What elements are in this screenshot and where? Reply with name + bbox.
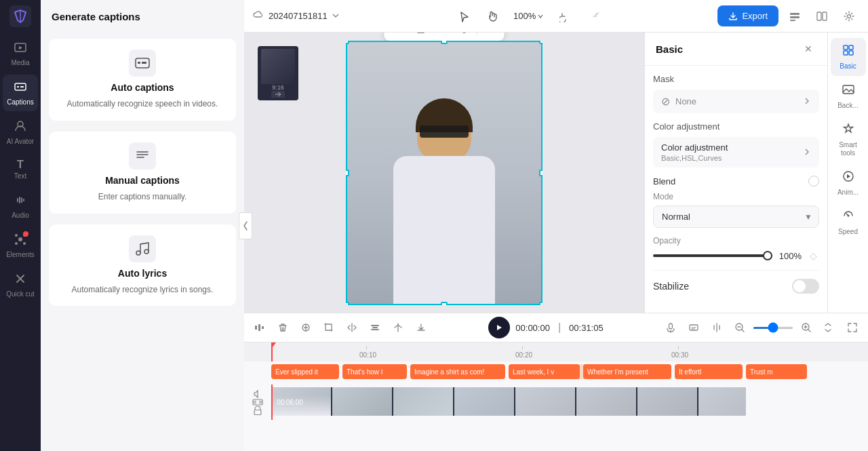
delete-button[interactable] — [273, 317, 293, 338]
sidebar-item-captions[interactable]: Captions — [3, 75, 38, 111]
manual-captions-card[interactable]: Manual captions Enter captions manually. — [49, 132, 236, 214]
resize-handle-bm[interactable] — [441, 302, 448, 305]
cursor-tool-button[interactable] — [454, 5, 475, 27]
caption-chip-4[interactable]: Whether I'm present — [583, 364, 671, 379]
svg-point-31 — [847, 215, 849, 217]
video-canvas: ••• — [346, 41, 542, 305]
resize-handle-bl[interactable] — [346, 302, 349, 305]
audio-label: Audio — [12, 212, 29, 219]
crop-button[interactable] — [390, 33, 409, 38]
auto-lyrics-card[interactable]: Auto lyrics Automatically recognize lyri… — [49, 224, 236, 307]
caption-chip-5[interactable]: It effortl — [675, 364, 743, 379]
sidebar-item-media[interactable]: Media — [3, 35, 38, 72]
zoom-selector[interactable]: 100% — [508, 8, 549, 24]
sidebar-item-elements[interactable]: Elements — [3, 227, 38, 264]
caption-chip-1[interactable]: That's how I — [342, 364, 407, 379]
panel-collapse-button[interactable] — [239, 212, 252, 239]
blend-radio[interactable] — [808, 176, 819, 187]
playback-controls: 00:00:00 | 00:31:05 — [488, 317, 603, 338]
svg-rect-38 — [371, 329, 379, 330]
export-button[interactable]: Export — [717, 5, 778, 26]
zoom-value: 100% — [513, 11, 536, 21]
play-button[interactable] — [488, 317, 510, 338]
svg-point-16 — [144, 250, 149, 254]
flip-button[interactable] — [342, 317, 362, 338]
svg-rect-33 — [258, 324, 260, 331]
stabilize-row: Stabilize — [653, 270, 819, 296]
ruler-mark-0020: 00:20 — [515, 346, 532, 359]
resize-handle-br[interactable] — [539, 302, 542, 305]
split-view-button[interactable] — [811, 5, 833, 27]
svg-point-15 — [136, 251, 140, 255]
auto-captions-card[interactable]: Auto captions Automatically recognize sp… — [49, 39, 236, 121]
video-track-row: 00:06:00 — [244, 385, 868, 420]
sidebar-item-quick-cut[interactable]: Quick cut — [3, 267, 38, 303]
sidebar-item-audio[interactable]: Audio — [3, 188, 38, 224]
right-sidebar-item-speed[interactable]: Speed — [831, 203, 866, 241]
caption-chip-6[interactable]: Trust m — [746, 364, 807, 379]
film-frame-5 — [576, 387, 637, 416]
color-adjustment-selector[interactable]: Color adjustment Basic,HSL,Curves — [653, 137, 819, 168]
video-filmstrip[interactable] — [271, 387, 746, 416]
mask-selector[interactable]: ⊘ None — [653, 90, 819, 113]
lock-button[interactable] — [251, 404, 264, 417]
elements-icon — [14, 233, 27, 250]
resize-handle-mr[interactable] — [539, 170, 542, 176]
caption-chip-2[interactable]: Imagine a shirt as com! — [410, 364, 505, 379]
remove-bg-button[interactable] — [412, 33, 431, 38]
caption-track-left-control — [244, 361, 271, 383]
crop-timeline-button[interactable] — [319, 317, 339, 338]
resize-handle-ml[interactable] — [346, 170, 349, 176]
video-preview[interactable] — [346, 41, 542, 305]
download-button[interactable] — [411, 317, 431, 338]
stabilize-label: Stabilize — [653, 281, 689, 292]
mute-button[interactable] — [251, 387, 264, 401]
right-sidebar: Basic Back... Smart tools Anim... — [827, 33, 868, 313]
resize-handle-tm[interactable] — [441, 41, 448, 44]
effects-button[interactable] — [455, 33, 474, 38]
svg-rect-25 — [844, 45, 848, 50]
transform-button[interactable] — [433, 33, 452, 38]
mic-button[interactable] — [660, 317, 681, 338]
right-panel-close-button[interactable]: ✕ — [800, 41, 816, 57]
caption-chip-3[interactable]: Last week, I v — [509, 364, 580, 379]
stabilize-toggle[interactable] — [792, 279, 819, 294]
zoom-out-button[interactable] — [730, 317, 750, 338]
resize-handle-tr[interactable] — [539, 41, 542, 44]
expand-timeline-button[interactable] — [819, 317, 840, 338]
sidebar-item-text[interactable]: T Text — [3, 153, 38, 185]
vertical-align-button[interactable] — [388, 317, 408, 338]
timeline-tool-1[interactable] — [250, 317, 270, 338]
thumbnail-item[interactable]: 9:16 — [258, 46, 298, 100]
svg-rect-26 — [849, 45, 853, 50]
split-button[interactable] — [296, 317, 316, 338]
media-icon — [14, 41, 27, 58]
zoom-in-button[interactable] — [796, 317, 816, 338]
resize-handle-tl[interactable] — [346, 41, 349, 44]
settings-button[interactable] — [838, 5, 860, 27]
basic-panel-icon — [842, 43, 855, 60]
undo-button[interactable] — [555, 5, 576, 27]
right-sidebar-item-background[interactable]: Back... — [831, 77, 866, 115]
right-sidebar-item-smart-tools[interactable]: Smart tools — [831, 117, 866, 163]
more-options-button[interactable]: ••• — [480, 33, 499, 38]
fullscreen-button[interactable] — [842, 317, 863, 338]
right-sidebar-item-basic[interactable]: Basic — [831, 38, 866, 76]
right-sidebar-item-animate[interactable]: Anim... — [831, 164, 866, 202]
opacity-keyframe-button[interactable]: ◇ — [807, 250, 819, 262]
blend-mode-select[interactable]: Normal Multiply Screen Overlay Darken Li… — [653, 205, 819, 228]
text-caption-button[interactable] — [684, 317, 704, 338]
hand-tool-button[interactable] — [481, 5, 502, 27]
svg-rect-5 — [20, 86, 24, 87]
list-view-button[interactable] — [784, 5, 806, 27]
opacity-slider[interactable] — [653, 254, 772, 257]
project-selector[interactable]: 202407151811 — [252, 9, 340, 24]
caption-chip-0[interactable]: Ever slipped it — [271, 364, 339, 379]
align-button[interactable] — [365, 317, 385, 338]
audio-split-button[interactable] — [707, 317, 727, 338]
timeline-zoom-slider[interactable] — [753, 327, 793, 329]
redo-button[interactable] — [582, 5, 604, 27]
sidebar-item-ai-avatar[interactable]: AI Avator — [3, 114, 38, 151]
speed-panel-icon — [842, 209, 855, 226]
manual-captions-desc: Enter captions manually. — [98, 191, 187, 203]
